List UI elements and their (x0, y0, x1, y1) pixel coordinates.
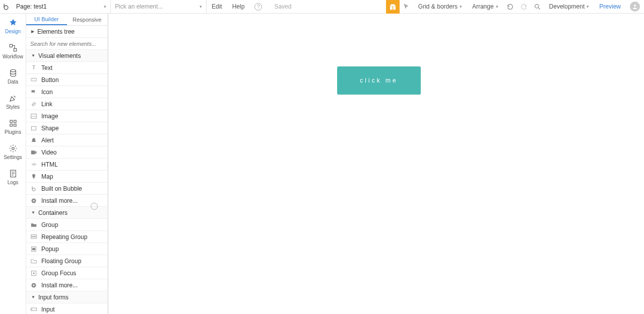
palette-label: Image (41, 113, 58, 120)
html-icon: </> (30, 161, 37, 168)
palette-label: Video (41, 149, 56, 156)
svg-rect-14 (32, 126, 36, 130)
palette-group[interactable]: Group (26, 219, 107, 231)
button-icon (30, 76, 37, 84)
design-icon (9, 18, 18, 27)
edit-menu[interactable]: Edit (207, 0, 227, 14)
redo-icon (520, 3, 528, 11)
help-info-button[interactable]: ? (249, 0, 267, 14)
grid-borders-menu[interactable]: Grid & borders ▾ (413, 0, 467, 14)
palette-built-on-bubble[interactable]: Built on Bubble (26, 183, 107, 195)
palette-label: Group (41, 221, 58, 228)
tab-responsive[interactable]: Responsive (67, 14, 108, 25)
element-search[interactable] (26, 38, 107, 50)
section-containers[interactable]: ▼ Containers (26, 207, 107, 219)
tab-ui-builder[interactable]: UI Builder (26, 14, 67, 25)
svg-rect-8 (10, 124, 13, 127)
rail-label: Design (5, 29, 21, 34)
rail-logs[interactable]: Logs (0, 165, 26, 190)
plus-circle-icon (30, 197, 37, 204)
page-selector[interactable]: Page: test1 ▾ (12, 0, 111, 14)
settings-icon (9, 144, 18, 153)
help-menu[interactable]: Help (227, 0, 250, 14)
group-focus-icon (30, 270, 37, 277)
section-label: Input forms (38, 294, 69, 301)
svg-point-16 (32, 188, 35, 191)
rail-design[interactable]: Design (0, 14, 26, 39)
nav-rail: Design Workflow Data Styles Plugins Sett… (0, 14, 26, 314)
gift-button[interactable] (386, 0, 400, 14)
palette-floating-group[interactable]: Floating Group (26, 255, 107, 267)
palette-install-more-containers[interactable]: Install more... (26, 279, 107, 291)
arrange-menu[interactable]: Arrange ▾ (467, 0, 503, 14)
section-input-forms[interactable]: ▼ Input forms (26, 291, 107, 303)
svg-rect-19 (31, 237, 37, 239)
palette-button[interactable]: Button (26, 74, 107, 86)
logs-icon (9, 169, 18, 178)
palette-image[interactable]: Image (26, 110, 107, 122)
palette-label: Floating Group (41, 258, 81, 265)
rail-plugins[interactable]: Plugins (0, 114, 26, 139)
palette-repeating-group[interactable]: Repeating Group (26, 231, 107, 243)
environment-menu[interactable]: Development ▾ (544, 0, 595, 14)
svg-rect-21 (32, 248, 35, 250)
plus-circle-icon (30, 282, 37, 289)
palette-map[interactable]: Map (26, 171, 107, 183)
rail-styles[interactable]: Styles (0, 89, 26, 114)
chevron-down-icon: ▾ (460, 4, 462, 9)
environment-label: Development (549, 3, 585, 10)
select-tool[interactable] (400, 0, 413, 14)
palette-icon[interactable]: Icon (26, 86, 107, 98)
arrange-label: Arrange (472, 3, 494, 10)
svg-rect-4 (14, 49, 16, 51)
info-icon: ? (254, 3, 262, 11)
rail-label: Settings (4, 154, 22, 160)
rail-workflow[interactable]: Workflow (0, 39, 26, 64)
svg-rect-13 (31, 114, 37, 118)
chevron-down-icon: ▾ (587, 4, 589, 9)
workflow-icon (9, 43, 18, 52)
palette-label: Alert (41, 137, 54, 144)
element-search-input[interactable] (30, 41, 103, 47)
rail-data[interactable]: Data (0, 64, 26, 89)
rail-label: Data (8, 79, 18, 85)
redo-button[interactable] (517, 0, 531, 14)
svg-point-10 (12, 147, 14, 150)
palette-group-focus[interactable]: Group Focus (26, 267, 107, 279)
palette-input[interactable]: Input (26, 303, 107, 314)
palette-video[interactable]: Video (26, 146, 107, 159)
svg-rect-7 (14, 120, 16, 123)
design-canvas[interactable]: click me (108, 14, 644, 314)
canvas-button-element[interactable]: click me (337, 66, 421, 95)
palette-label: Install more... (41, 197, 78, 204)
preview-button[interactable]: Preview (594, 0, 626, 14)
palette-shape[interactable]: Shape (26, 122, 107, 134)
input-icon (30, 306, 37, 313)
palette-alert[interactable]: Alert (26, 134, 107, 146)
palette-popup[interactable]: Popup (26, 243, 107, 255)
app-logo[interactable] (0, 0, 12, 14)
chevron-down-icon: ▾ (200, 4, 202, 9)
section-visual-elements[interactable]: ▼ Visual elements (26, 50, 107, 62)
palette-link[interactable]: Link (26, 98, 107, 110)
elements-panel: UI Builder Responsive ▶ Elements tree ▼ … (26, 14, 108, 314)
user-avatar[interactable] (630, 2, 640, 12)
palette-text[interactable]: T Text (26, 62, 107, 74)
svg-rect-15 (31, 150, 35, 154)
undo-button[interactable] (503, 0, 517, 14)
section-elements-tree[interactable]: ▶ Elements tree (26, 26, 107, 38)
flag-icon (30, 89, 37, 96)
palette-label: Shape (41, 125, 59, 132)
rail-settings[interactable]: Settings (0, 139, 26, 165)
svg-point-1 (535, 4, 539, 8)
search-button[interactable] (531, 0, 544, 14)
chevron-right-icon: ▶ (31, 29, 34, 34)
svg-point-5 (10, 69, 16, 72)
palette-label: Map (41, 173, 53, 180)
palette-install-more-visual[interactable]: Install more... (26, 195, 107, 207)
video-icon (30, 149, 37, 156)
svg-rect-9 (14, 124, 16, 127)
element-picker[interactable]: Pick an element... ▾ (111, 0, 207, 14)
palette-html[interactable]: </> HTML (26, 159, 107, 171)
panel-scroll[interactable]: ▶ Elements tree ▼ Visual elements T Text… (26, 26, 107, 314)
